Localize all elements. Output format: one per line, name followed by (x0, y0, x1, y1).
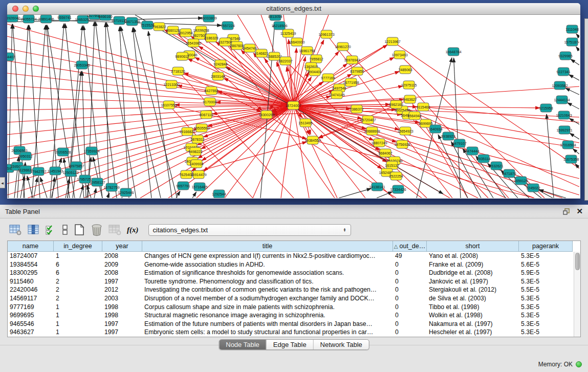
graph-node[interactable]: 15992971 (556, 126, 572, 134)
graph-node[interactable]: 24055724 (20, 15, 36, 23)
graph-node[interactable]: 20206528 (55, 148, 71, 156)
graph-node[interactable]: 16210643 (556, 111, 572, 119)
graph-node[interactable]: 2935114 (477, 155, 491, 163)
table-settings-icon[interactable] (9, 223, 22, 236)
graph-node[interactable]: 17942757 (30, 167, 46, 176)
graph-node[interactable]: 9115460 (417, 103, 430, 111)
table-row[interactable]: 2242004622012Investigating the contribut… (8, 286, 580, 294)
graph-node[interactable]: 9498222 (188, 147, 202, 156)
graph-node[interactable]: 9660128 (166, 26, 180, 34)
graph-node[interactable]: 9777169 (321, 74, 335, 82)
graph-node[interactable]: 20891406 (38, 15, 54, 23)
graph-node[interactable]: 2718120 (171, 67, 185, 75)
graph-node[interactable]: 9245022 (526, 184, 540, 192)
graph-node[interactable]: 16976943 (344, 56, 360, 64)
graph-node[interactable]: 9215958 (539, 104, 553, 112)
graph-node[interactable]: 11325419 (280, 29, 296, 37)
graph-node[interactable]: 15751874 (564, 38, 579, 46)
memory-status-indicator[interactable] (576, 361, 582, 367)
graph-node[interactable]: 16543982 (185, 39, 201, 47)
graph-node[interactable]: 8912954 (179, 29, 192, 37)
graph-node[interactable]: 16033809 (201, 15, 216, 22)
table-row[interactable]: 969969511998Structural magnetic resonanc… (8, 311, 580, 320)
graph-node[interactable]: 16648784 (445, 48, 461, 56)
graph-node[interactable]: 16914479 (190, 170, 206, 179)
graph-node[interactable]: 16671358 (124, 17, 140, 26)
graph-node[interactable]: 15716485 (191, 183, 207, 191)
graph-node[interactable]: 9474444 (465, 147, 479, 155)
graph-node[interactable]: 17334426 (390, 185, 406, 193)
graph-node[interactable]: 13535593 (193, 124, 209, 132)
column-header-in_degree[interactable]: in_degree (54, 241, 102, 252)
graph-node[interactable]: 16961758 (299, 47, 315, 55)
graph-node[interactable]: 9890612 (175, 52, 189, 60)
graph-node[interactable]: 12093582 (552, 81, 568, 90)
tab-node-table[interactable]: Node Table (219, 340, 266, 349)
graph-node[interactable]: 1659125 (514, 177, 528, 185)
graph-node[interactable]: 19384554 (304, 136, 320, 144)
graph-node[interactable]: 8186328 (204, 34, 218, 42)
graph-node[interactable]: 9684067 (378, 149, 392, 157)
graph-node[interactable]: 10688609 (364, 127, 380, 135)
graph-node[interactable]: 12975115 (401, 81, 417, 89)
graph-node[interactable]: 8962160 (389, 100, 403, 108)
graph-node[interactable]: 9564944 (407, 112, 421, 120)
graph-node[interactable]: 14138141 (369, 183, 385, 191)
graph-node[interactable]: 15654923 (397, 127, 413, 135)
graph-node[interactable]: 9242844 (213, 60, 227, 68)
new-table-icon[interactable] (74, 223, 85, 236)
table-row[interactable]: 1456911722003Disruption of a novel membe… (8, 294, 580, 303)
delete-table-icon[interactable] (91, 223, 103, 236)
table-row[interactable]: 1830029562008Estimation of significance … (8, 269, 580, 277)
float-panel-icon[interactable] (562, 208, 570, 215)
graph-node[interactable]: 12213967 (384, 37, 400, 46)
graph-node[interactable]: 18724007 (285, 101, 301, 110)
graph-node[interactable]: 19166827 (179, 127, 195, 136)
panel-collapse-handle[interactable]: ◀ (0, 177, 5, 188)
graph-node[interactable]: 12925446 (118, 188, 134, 196)
graph-node[interactable]: 10973493 (391, 51, 407, 59)
table-scrollbar[interactable] (574, 252, 580, 337)
graph-node[interactable]: 16961270 (335, 42, 351, 51)
graph-node[interactable]: 9227341 (556, 68, 570, 76)
graph-node[interactable]: 10958127 (89, 178, 105, 186)
table-row[interactable]: 1938455462009Genome-wide association stu… (8, 260, 580, 269)
graph-node[interactable]: 5950312 (18, 152, 32, 160)
graph-node[interactable]: 12213300 (163, 80, 179, 89)
network-canvas[interactable]: 7963822966012889129541822605898275081654… (7, 15, 579, 198)
graph-node[interactable]: 2522254 (389, 172, 403, 180)
graph-node[interactable]: 9559741 (57, 15, 71, 21)
graph-node[interactable]: 19756928 (394, 140, 410, 148)
window-titlebar[interactable]: citations_edges.txt (7, 3, 580, 15)
tab-edge-table[interactable]: Edge Table (266, 340, 313, 349)
graph-node[interactable]: 18926040 (7, 15, 20, 22)
column-header-pagerank[interactable]: pagerank (519, 241, 573, 252)
graph-node[interactable]: 7485063 (398, 65, 412, 74)
table-scrollbar-thumb[interactable] (575, 253, 580, 270)
table-row[interactable]: 1872400712008Changes of HCN gene express… (8, 252, 580, 260)
table-row[interactable]: 946554611997Estimation of the future num… (8, 320, 580, 329)
graph-node[interactable]: 17359924 (83, 147, 99, 155)
graph-node[interactable]: 7515526 (140, 21, 154, 29)
graph-node[interactable]: 7557224 (221, 21, 234, 30)
graph-node[interactable]: 19975857 (68, 162, 84, 170)
graph-node[interactable]: 8427552 (204, 86, 218, 95)
graph-node[interactable]: 8822037 (278, 57, 292, 65)
close-panel-icon[interactable]: ✕ (576, 208, 583, 215)
graph-node[interactable]: 10474145 (329, 91, 344, 99)
graph-node[interactable]: 8379850 (350, 67, 364, 75)
graph-node[interactable]: 11675358 (563, 155, 579, 163)
table-row[interactable]: 946362711997Embryonic stem cells: a mode… (8, 328, 580, 337)
graph-node[interactable]: 1640934 (428, 125, 442, 133)
graph-node[interactable]: 6479107 (452, 139, 466, 147)
graph-node[interactable]: 1513495 (298, 119, 312, 127)
minimize-window-button[interactable] (23, 6, 29, 12)
graph-node[interactable]: 18300295 (258, 111, 274, 119)
close-window-button[interactable] (12, 6, 18, 12)
column-header-short[interactable]: short (427, 241, 519, 252)
zoom-window-button[interactable] (33, 6, 39, 12)
graph-node[interactable]: 7386372 (350, 105, 363, 113)
column-header-title[interactable]: title (142, 241, 393, 252)
graph-node[interactable]: 9329965 (558, 52, 572, 60)
graph-node[interactable]: 15720407 (360, 116, 376, 124)
